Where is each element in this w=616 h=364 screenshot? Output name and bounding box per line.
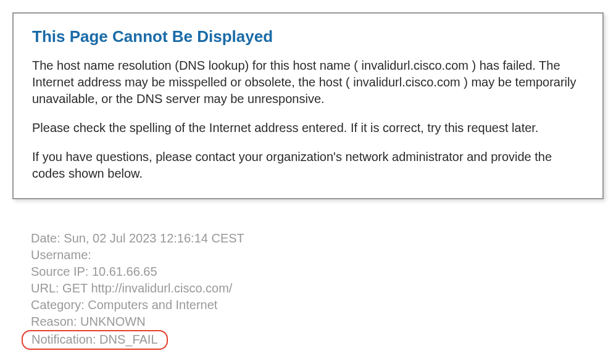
detail-notification: Notification: DNS_FAIL (31, 333, 158, 346)
detail-reason: Reason: UNKNOWN (31, 313, 604, 330)
error-description-3: If you have questions, please contact yo… (32, 149, 584, 182)
error-description-2: Please check the spelling of the Interne… (32, 120, 584, 136)
error-message-box: This Page Cannot Be Displayed The host n… (12, 12, 604, 199)
notification-highlight: Notification: DNS_FAIL (22, 330, 168, 350)
error-details-section: Date: Sun, 02 Jul 2023 12:16:14 CEST Use… (12, 230, 604, 350)
detail-category: Category: Computers and Internet (31, 297, 604, 313)
detail-date: Date: Sun, 02 Jul 2023 12:16:14 CEST (31, 230, 604, 247)
detail-url: URL: GET http://invalidurl.cisco.com/ (31, 280, 604, 297)
error-title: This Page Cannot Be Displayed (32, 27, 584, 46)
detail-source-ip: Source IP: 10.61.66.65 (31, 263, 604, 280)
error-description-1: The host name resolution (DNS lookup) fo… (32, 57, 584, 107)
detail-username: Username: (31, 247, 604, 263)
